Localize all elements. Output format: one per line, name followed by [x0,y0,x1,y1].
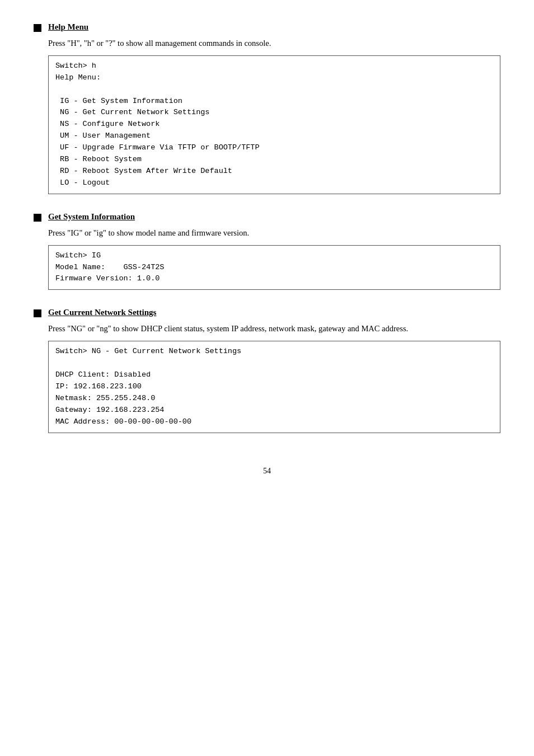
bullet-icon [34,24,41,32]
help-menu-section: Help Menu Press "H", "h" or "?" to show … [34,22,500,194]
get-current-network-description: Press "NG" or "ng" to show DHCP client s… [48,323,500,335]
get-system-info-description: Press "IG" or "ig" to show model name an… [48,227,500,240]
help-menu-header: Help Menu [34,22,500,32]
bullet-icon [34,214,41,222]
get-current-network-code: Switch> NG - Get Current Network Setting… [48,341,500,433]
bullet-icon [34,309,41,317]
get-system-info-section: Get System Information Press "IG" or "ig… [34,212,500,290]
get-system-info-title: Get System Information [48,212,135,222]
get-current-network-title: Get Current Network Settings [48,308,156,317]
help-menu-title: Help Menu [48,22,88,32]
get-current-network-section: Get Current Network Settings Press "NG" … [34,308,500,433]
get-system-info-code: Switch> IG Model Name: GSS-24T2S Firmwar… [48,245,500,290]
page-number: 54 [34,467,500,476]
get-current-network-header: Get Current Network Settings [34,308,500,317]
get-system-info-header: Get System Information [34,212,500,222]
help-menu-code: Switch> h Help Menu: IG - Get System Inf… [48,55,500,194]
help-menu-description: Press "H", "h" or "?" to show all manage… [48,37,500,50]
